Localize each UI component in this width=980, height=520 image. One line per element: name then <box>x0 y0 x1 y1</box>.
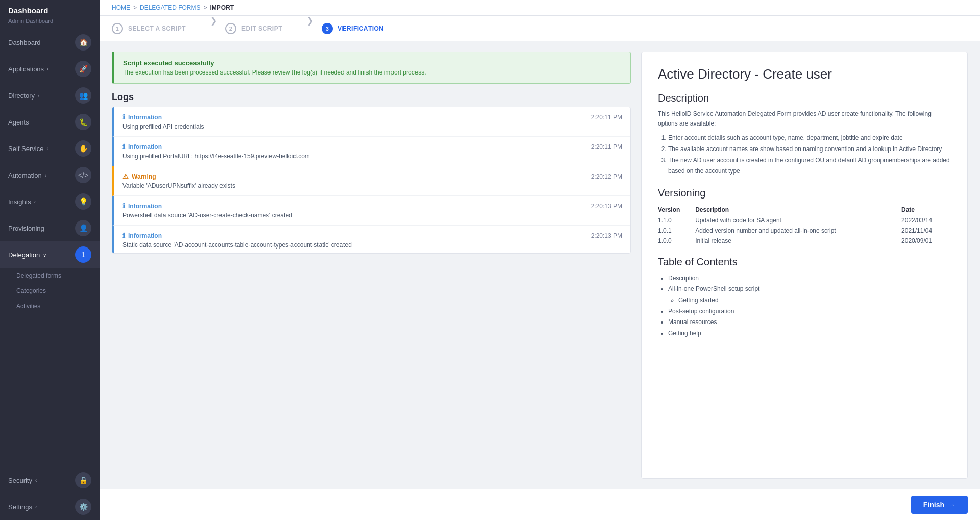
log-entry-time: 2:20:12 PM <box>591 173 622 180</box>
sidebar-item-applications[interactable]: Applications ‹ 🚀 <box>0 56 100 82</box>
step-arrow-1: ❯ <box>202 16 225 41</box>
log-entry-time: 2:20:13 PM <box>591 203 622 210</box>
sidebar-item-self-service[interactable]: Self Service ‹ ✋ <box>0 135 100 162</box>
breadcrumb-sep-2: > <box>203 4 207 11</box>
log-entry-msg: Static data source 'AD-account-accounts-… <box>122 241 622 249</box>
finish-button[interactable]: Finish → <box>911 496 968 514</box>
sidebar-item-self-service-label: Self Service <box>8 145 43 153</box>
step-2[interactable]: 2 EDIT SCRIPT <box>225 16 299 41</box>
warning-icon: ⚠ <box>122 172 129 180</box>
sidebar-item-agents[interactable]: Agents 🐛 <box>0 109 100 135</box>
sidebar-item-applications-label: Applications <box>8 65 44 73</box>
step-arrow-2: ❯ <box>299 16 322 41</box>
list-item: Enter account details such as account ty… <box>668 133 951 144</box>
log-entry: ℹ Information 2:20:11 PM Using prefilled… <box>112 107 630 137</box>
breadcrumb: HOME > DELEGATED FORMS > IMPORT <box>100 0 980 16</box>
sidebar-item-automation[interactable]: Automation ‹ </> <box>0 162 100 188</box>
version-num: 1.0.0 <box>658 236 695 246</box>
log-entry-header: ℹ Information 2:20:13 PM <box>122 232 622 239</box>
self-service-icon: ✋ <box>75 140 91 157</box>
toc-item: Getting started <box>678 295 951 306</box>
version-date: 2022/03/14 <box>901 215 951 226</box>
version-date: 2021/11/04 <box>901 226 951 236</box>
insights-icon: 💡 <box>75 193 91 210</box>
step-3[interactable]: 3 VERIFICATION <box>322 16 400 41</box>
info-icon: ℹ <box>122 143 125 151</box>
directory-icon: 👥 <box>75 87 91 104</box>
log-entry-time: 2:20:11 PM <box>591 143 622 151</box>
sidebar-item-security[interactable]: Security ‹ 🔒 <box>0 467 100 493</box>
chevron-icon: ‹ <box>35 504 37 510</box>
chevron-icon: ‹ <box>35 478 37 483</box>
toc-item: Post-setup configuration <box>668 306 951 317</box>
log-entry: ⚠ Warning 2:20:12 PM Variable 'ADuserUPN… <box>112 166 630 196</box>
version-desc: Updated with code for SA agent <box>695 215 901 226</box>
log-entry-header: ⚠ Warning 2:20:12 PM <box>122 172 622 180</box>
info-icon: ℹ <box>122 202 125 210</box>
versioning-table: Version Description Date 1.1.0 Updated w… <box>658 204 951 246</box>
breadcrumb-delegated-forms[interactable]: DELEGATED FORMS <box>140 4 200 11</box>
log-entry-time: 2:20:11 PM <box>591 114 622 121</box>
sidebar-item-agents-label: Agents <box>8 118 75 126</box>
version-num: 1.1.0 <box>658 215 695 226</box>
log-entry-header: ℹ Information 2:20:13 PM <box>122 202 622 210</box>
main-content: HOME > DELEGATED FORMS > IMPORT 1 SELECT… <box>100 0 980 520</box>
sidebar-item-delegation[interactable]: Delegation ∨ 1 <box>0 241 100 268</box>
log-type-label: Information <box>128 232 162 239</box>
sidebar-item-insights[interactable]: Insights ‹ 💡 <box>0 188 100 215</box>
sidebar-item-delegation-label: Delegation <box>8 251 40 259</box>
sidebar-sub: Admin Dashboard <box>0 18 100 29</box>
description-list: Enter account details such as account ty… <box>658 133 951 177</box>
success-banner: Script executed successfully The executi… <box>112 52 631 84</box>
toc-item: Getting help <box>668 328 951 339</box>
log-type-label: Information <box>128 114 162 121</box>
version-row: 1.0.0 Initial release 2020/09/01 <box>658 236 951 246</box>
breadcrumb-current: IMPORT <box>210 4 234 11</box>
right-panel: Active Directory - Create user Descripti… <box>641 52 968 479</box>
sidebar-item-security-label: Security <box>8 477 32 484</box>
version-col-header: Version <box>658 204 695 215</box>
step-1-label: SELECT A SCRIPT <box>128 25 186 32</box>
step-3-label: VERIFICATION <box>338 25 384 32</box>
logs-section: Logs ℹ Information 2:20:11 PM Using pref… <box>112 92 631 254</box>
provisioning-icon: 👤 <box>75 220 91 236</box>
version-num: 1.0.1 <box>658 226 695 236</box>
sidebar-item-provisioning[interactable]: Provisioning 👤 <box>0 215 100 241</box>
breadcrumb-sep-1: > <box>133 4 137 11</box>
sidebar: Dashboard Admin Dashboard Dashboard 🏠 Ap… <box>0 0 100 520</box>
version-row: 1.0.1 Added version number and updated a… <box>658 226 951 236</box>
version-desc: Initial release <box>695 236 901 246</box>
info-icon: ℹ <box>122 113 125 121</box>
sidebar-item-automation-label: Automation <box>8 171 42 179</box>
settings-icon: ⚙️ <box>75 499 91 515</box>
log-entry: ℹ Information 2:20:13 PM Static data sou… <box>112 226 630 253</box>
description-col-header: Description <box>695 204 901 215</box>
log-entry: ℹ Information 2:20:11 PM Using prefilled… <box>112 137 630 166</box>
log-entry: ℹ Information 2:20:13 PM Powershell data… <box>112 196 630 226</box>
sidebar-item-settings[interactable]: Settings ‹ ⚙️ <box>0 493 100 520</box>
finish-arrow-icon: → <box>948 501 955 509</box>
step-2-num: 2 <box>225 23 236 34</box>
breadcrumb-home[interactable]: HOME <box>112 4 130 11</box>
sidebar-item-directory[interactable]: Directory ‹ 👥 <box>0 82 100 109</box>
version-row: 1.1.0 Updated with code for SA agent 202… <box>658 215 951 226</box>
applications-icon: 🚀 <box>75 61 91 77</box>
finish-bar: Finish → <box>100 489 980 520</box>
sidebar-subitem-delegated-forms[interactable]: Delegated forms <box>0 268 100 283</box>
automation-icon: </> <box>75 167 91 183</box>
step-1[interactable]: 1 SELECT A SCRIPT <box>112 16 202 41</box>
agents-icon: 🐛 <box>75 114 91 130</box>
chevron-icon: ‹ <box>38 93 39 98</box>
log-entry-type: ⚠ Warning <box>122 172 156 180</box>
info-icon: ℹ <box>122 232 125 239</box>
sidebar-item-dashboard[interactable]: Dashboard 🏠 <box>0 29 100 56</box>
sidebar-subitem-activities[interactable]: Activities <box>0 299 100 314</box>
logs-title: Logs <box>112 92 631 103</box>
sidebar-header: Dashboard <box>0 0 100 18</box>
sidebar-item-insights-label: Insights <box>8 198 31 206</box>
chevron-down-icon: ∨ <box>43 252 46 258</box>
sidebar-item-directory-label: Directory <box>8 92 35 100</box>
log-entry-msg: Variable 'ADuserUPNsuffix' already exist… <box>122 182 622 189</box>
version-desc: Added version number and updated all-in-… <box>695 226 901 236</box>
sidebar-subitem-categories[interactable]: Categories <box>0 283 100 299</box>
